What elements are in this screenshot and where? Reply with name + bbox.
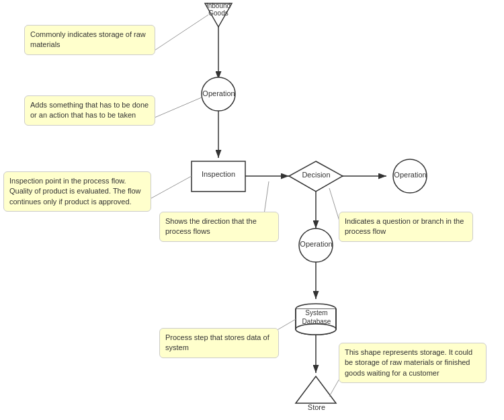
callout-inspection bbox=[151, 176, 192, 198]
operation-add-tooltip: Adds something that has to be done or an… bbox=[24, 95, 155, 126]
system-database-label: System Database bbox=[301, 308, 332, 326]
inbound-goods-label: Inbound Goods bbox=[198, 2, 239, 17]
store-label: Store bbox=[304, 403, 329, 411]
callout-storage bbox=[155, 15, 208, 50]
arrow-direction-tooltip: Shows the direction that the process flo… bbox=[159, 212, 279, 242]
inspection-point-tooltip: Inspection point in the process flow. Qu… bbox=[3, 171, 151, 212]
operation1-label: Operation bbox=[200, 89, 237, 97]
storage-shape-tooltip: This shape represents storage. It could … bbox=[339, 343, 487, 383]
storage-tooltip: Commonly indicates storage of raw materi… bbox=[24, 25, 155, 55]
flow-diagram: Inbound Goods Operation Inspection Decis… bbox=[0, 0, 504, 420]
operation3-label: Operation bbox=[298, 240, 335, 248]
system-database-tooltip: Process step that stores data of system bbox=[159, 328, 279, 358]
decision-label: Decision bbox=[298, 171, 335, 179]
inspection-label: Inspection bbox=[192, 170, 245, 178]
decision-branch-tooltip: Indicates a question or branch in the pr… bbox=[339, 212, 473, 242]
operation2-label: Operation bbox=[392, 171, 429, 179]
store-shape bbox=[296, 376, 336, 403]
callout-operation-add bbox=[155, 97, 202, 118]
